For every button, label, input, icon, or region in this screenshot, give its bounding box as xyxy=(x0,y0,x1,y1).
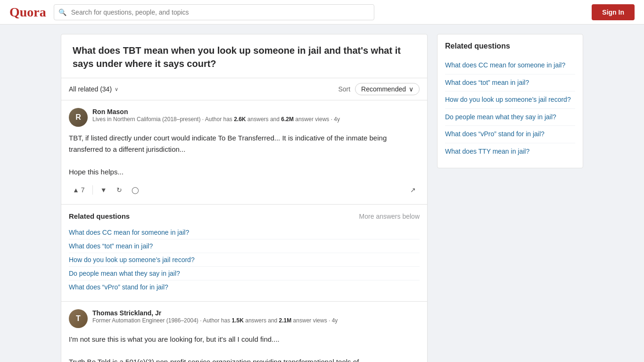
sidebar-link-2[interactable]: How do you look up someone’s jail record… xyxy=(445,91,575,109)
sidebar-link-0[interactable]: What does CC mean for someone in jail? xyxy=(445,57,575,74)
sidebar-link-5[interactable]: What does TTY mean in jail? xyxy=(445,143,575,160)
avatar-ron: R xyxy=(69,108,88,127)
related-link-1[interactable]: What does “tot” mean in jail? xyxy=(69,239,420,253)
sidebar-link-4[interactable]: What does “vPro” stand for in jail? xyxy=(445,126,575,143)
more-answers-label: More answers below xyxy=(359,213,420,220)
downvote-icon: ▼ xyxy=(100,186,107,194)
search-icon: 🔍 xyxy=(58,8,66,16)
related-questions-inline: Related questions More answers below Wha… xyxy=(61,205,427,302)
share-icon: ↗ xyxy=(410,186,416,194)
related-link-3[interactable]: Do people mean what they say in jail? xyxy=(69,267,420,280)
author-name-thomas[interactable]: Thomas Strickland, Jr xyxy=(92,309,338,317)
author-row-1: R Ron Mason Lives in Northern California… xyxy=(69,108,420,127)
chevron-down-icon: ∨ xyxy=(115,86,118,92)
sort-right: Sort Recommended ∨ xyxy=(338,83,420,95)
recommended-dropdown[interactable]: Recommended ∨ xyxy=(355,83,420,95)
answer-2: T Thomas Strickland, Jr Former Automatio… xyxy=(61,302,427,362)
question-card: What does TBT mean when you look up some… xyxy=(61,34,428,362)
question-title: What does TBT mean when you look up some… xyxy=(61,34,427,78)
divider xyxy=(92,185,93,195)
related-link-2[interactable]: How do you look up someone’s jail record… xyxy=(69,253,420,267)
answer-body-2: I'm not sure this is what you are lookin… xyxy=(69,334,420,362)
author-info-ron: Ron Mason Lives in Northern California (… xyxy=(92,108,340,123)
refresh-icon: ↻ xyxy=(116,186,122,194)
recommended-label: Recommended xyxy=(361,85,406,93)
left-column: What does TBT mean when you look up some… xyxy=(61,34,428,362)
share-button[interactable]: ↻ xyxy=(113,183,126,197)
avatar-thomas: T xyxy=(69,309,88,328)
related-link-0[interactable]: What does CC mean for someone in jail? xyxy=(69,226,420,239)
author-row-2: T Thomas Strickland, Jr Former Automatio… xyxy=(69,309,420,328)
sidebar-link-3[interactable]: Do people mean what they say in jail? xyxy=(445,109,575,126)
right-column: Related questions What does CC mean for … xyxy=(437,34,583,168)
answer-body-1: TBT, if listed directly under court woul… xyxy=(69,132,420,178)
related-inline-title: Related questions xyxy=(69,212,130,220)
sidebar-link-1[interactable]: What does “tot” mean in jail? xyxy=(445,74,575,92)
upvote-button[interactable]: ▲ 7 xyxy=(69,183,89,197)
quora-logo[interactable]: Quora xyxy=(9,5,46,20)
upvote-count: 7 xyxy=(81,186,85,194)
search-input[interactable] xyxy=(54,4,374,20)
header: Quora 🔍 Sign In xyxy=(0,0,644,25)
all-related-dropdown[interactable]: All related (34) ∨ xyxy=(69,85,118,93)
downvote-button[interactable]: ▼ xyxy=(97,183,111,197)
comment-icon: ◯ xyxy=(132,186,139,194)
chevron-down-icon: ∨ xyxy=(409,85,413,93)
answer-1: R Ron Mason Lives in Northern California… xyxy=(61,100,427,205)
related-inline-header: Related questions More answers below xyxy=(69,212,420,220)
main-content: What does TBT mean when you look up some… xyxy=(53,25,591,362)
sort-bar: All related (34) ∨ Sort Recommended ∨ xyxy=(61,78,427,100)
comment-button[interactable]: ◯ xyxy=(128,183,143,197)
sort-label: Sort xyxy=(338,85,350,93)
sign-in-button[interactable]: Sign In xyxy=(592,4,635,20)
external-share-button[interactable]: ↗ xyxy=(406,183,420,197)
author-bio-thomas: Former Automation Engineer (1986–2004) ·… xyxy=(92,317,338,325)
answer-actions-1: ▲ 7 ▼ ↻ ◯ ↗ xyxy=(69,183,420,197)
sidebar-card: Related questions What does CC mean for … xyxy=(437,34,583,168)
search-container: 🔍 xyxy=(54,4,374,20)
sidebar-title: Related questions xyxy=(445,42,575,50)
all-related-label: All related (34) xyxy=(69,85,112,93)
related-link-4[interactable]: What does “vPro” stand for in jail? xyxy=(69,280,420,294)
header-right: Sign In xyxy=(592,4,635,20)
author-info-thomas: Thomas Strickland, Jr Former Automation … xyxy=(92,309,338,325)
upvote-icon: ▲ xyxy=(73,186,79,194)
author-name-ron[interactable]: Ron Mason xyxy=(92,108,340,115)
author-bio-ron: Lives in Northern California (2018–prese… xyxy=(92,115,340,123)
